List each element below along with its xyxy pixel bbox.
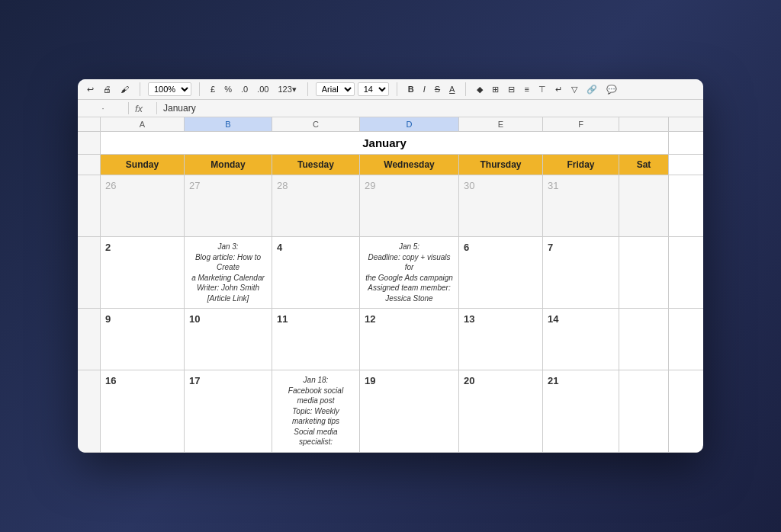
week-row-1: 2 Jan 3:Blog article: How to Createa Mar…: [78, 237, 703, 309]
fx-label: fx: [135, 103, 150, 114]
cal-cell-jan2[interactable]: 2: [101, 237, 185, 308]
highlight-button[interactable]: ◆: [474, 83, 486, 96]
fontsize-select[interactable]: 14: [358, 82, 389, 96]
cal-cell-jan3[interactable]: Jan 3:Blog article: How to Createa Marke…: [185, 237, 272, 308]
text-format-group: B I S A: [405, 83, 458, 95]
cal-cell-jan12[interactable]: 12: [360, 309, 459, 370]
col-header-e[interactable]: E: [459, 117, 543, 131]
cal-cell-blank-w0[interactable]: [619, 175, 669, 236]
cal-cell-jan5[interactable]: Jan 5:Deadline: copy + visuals forthe Go…: [360, 237, 459, 308]
decimal2-button[interactable]: .00: [254, 83, 272, 95]
day-header-saturday: Sat: [619, 155, 669, 175]
cal-cell-jan4[interactable]: 4: [272, 237, 360, 308]
formula-divider2: [156, 102, 157, 114]
filter-button[interactable]: ▽: [568, 83, 580, 96]
col-header-g[interactable]: [619, 117, 669, 131]
cal-cell-dec30[interactable]: 30: [459, 175, 543, 236]
comment-button[interactable]: 💬: [603, 83, 620, 96]
cal-cell-dec29[interactable]: 29: [360, 175, 459, 236]
cal-cell-jan17[interactable]: 17: [185, 370, 272, 452]
day-header-friday: Friday: [543, 155, 619, 175]
cal-cell-jan9[interactable]: 9: [101, 309, 185, 370]
col-header-d[interactable]: D: [360, 117, 459, 131]
currency-button[interactable]: £: [207, 83, 218, 95]
col-headers: A B C D E F: [78, 117, 703, 132]
sep5: [465, 82, 466, 96]
wrap-button[interactable]: ↵: [552, 83, 565, 96]
calendar-title-row: January: [78, 132, 703, 155]
sep2: [199, 82, 200, 96]
strike-button[interactable]: S: [432, 83, 443, 95]
cal-cell-jan19[interactable]: 19: [360, 370, 459, 452]
cal-cell-blank-w2[interactable]: [619, 309, 669, 370]
cal-cell-jan6[interactable]: 6: [459, 237, 543, 308]
row-num-w0: [78, 175, 101, 236]
cal-cell-jan21[interactable]: 21: [543, 370, 619, 452]
format-group: £ % .0 .00 123▾: [207, 83, 300, 96]
cal-cell-dec27[interactable]: 27: [185, 175, 272, 236]
col-header-a[interactable]: A: [101, 117, 185, 131]
sep1: [140, 82, 140, 96]
toolbar: ↩ 🖨 🖌 100% £ % .0 .00 123▾ Arial 14: [78, 79, 703, 100]
zoom-select[interactable]: 100%: [148, 82, 191, 96]
sep4: [397, 82, 397, 96]
underline-label: A: [449, 85, 455, 94]
valign-button[interactable]: ⊤: [535, 83, 549, 96]
toolbar-undo-group: ↩ 🖨 🖌: [84, 83, 132, 96]
col-header-rownum: [78, 117, 101, 131]
merge-button[interactable]: ⊟: [505, 83, 518, 96]
day-header-tuesday: Tuesday: [272, 155, 360, 175]
day-header-thursday: Thursday: [459, 155, 543, 175]
align-button[interactable]: ≡: [521, 83, 532, 95]
cal-cell-dec28[interactable]: 28: [272, 175, 360, 236]
calendar: January Sunday Monday Tuesday Wednesday …: [78, 132, 703, 453]
cal-cell-jan7[interactable]: 7: [543, 237, 619, 308]
cal-cell-dec26[interactable]: 26: [101, 175, 185, 236]
sep3: [307, 82, 308, 96]
format123-button[interactable]: 123▾: [275, 83, 299, 96]
event-jan18: Jan 18:Facebook social media postTopic: …: [277, 375, 355, 447]
row-num-headers: [78, 155, 101, 175]
day-header-wednesday: Wednesday: [360, 155, 459, 175]
formula-divider: [128, 102, 129, 114]
cal-cell-blank-w3[interactable]: [619, 370, 669, 452]
cal-cell-jan13[interactable]: 13: [459, 309, 543, 370]
percent-button[interactable]: %: [221, 83, 235, 95]
italic-button[interactable]: I: [420, 83, 429, 95]
col-header-b[interactable]: B: [185, 117, 272, 131]
border-button[interactable]: ⊞: [489, 83, 502, 96]
calendar-title: January: [101, 132, 669, 154]
zoom-group: 100%: [148, 82, 191, 96]
day-header-monday: Monday: [185, 155, 272, 175]
row-num-w1: [78, 237, 101, 308]
decimal1-button[interactable]: .0: [238, 83, 251, 95]
font-select[interactable]: Arial: [316, 82, 355, 96]
day-header-sunday: Sunday: [101, 155, 185, 175]
cal-cell-jan14[interactable]: 14: [543, 309, 619, 370]
formula-bar: · fx January: [78, 100, 703, 117]
cal-cell-jan10[interactable]: 10: [185, 309, 272, 370]
formula-content[interactable]: January: [163, 103, 697, 114]
cal-cell-jan18[interactable]: Jan 18:Facebook social media postTopic: …: [272, 370, 360, 452]
underline-button[interactable]: A: [446, 83, 458, 95]
row-num-title: [78, 132, 101, 154]
row-num-w3: [78, 370, 101, 452]
print-button[interactable]: 🖨: [100, 83, 114, 95]
week-row-3: 16 17 Jan 18:Facebook social media postT…: [78, 370, 703, 453]
link-button[interactable]: 🔗: [583, 83, 600, 96]
cal-cell-jan16[interactable]: 16: [101, 370, 185, 452]
cell-reference: ·: [84, 104, 122, 113]
week-row-0: 26 27 28 29 30 31: [78, 175, 703, 237]
cal-cell-jan20[interactable]: 20: [459, 370, 543, 452]
extra-tools: ◆ ⊞ ⊟ ≡ ⊤ ↵ ▽ 🔗 💬: [474, 83, 619, 96]
cal-cell-dec31[interactable]: 31: [543, 175, 619, 236]
col-header-f[interactable]: F: [543, 117, 619, 131]
undo-button[interactable]: ↩: [84, 83, 97, 96]
event-jan5: Jan 5:Deadline: copy + visuals forthe Go…: [365, 242, 454, 303]
spreadsheet-window: ↩ 🖨 🖌 100% £ % .0 .00 123▾ Arial 14: [78, 79, 703, 453]
col-header-c[interactable]: C: [272, 117, 360, 131]
cal-cell-jan11[interactable]: 11: [272, 309, 360, 370]
cal-cell-blank-w1[interactable]: [619, 237, 669, 308]
bold-button[interactable]: B: [405, 83, 417, 95]
paint-button[interactable]: 🖌: [117, 83, 132, 95]
